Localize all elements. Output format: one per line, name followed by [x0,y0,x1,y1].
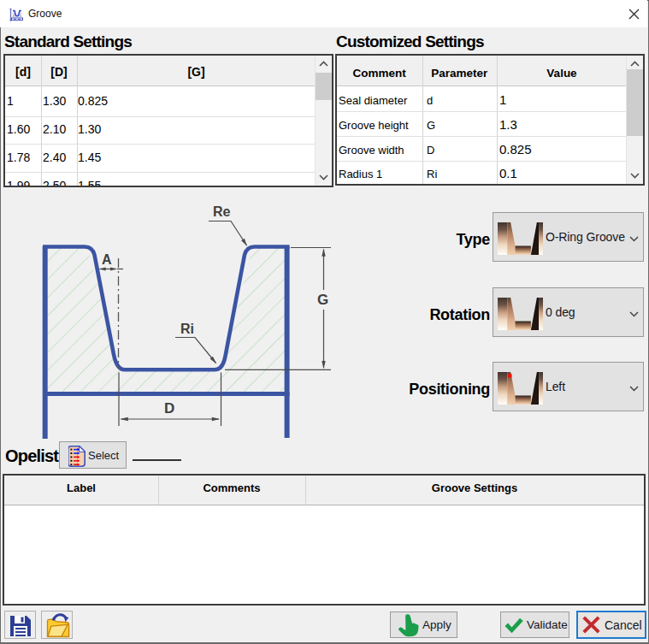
svg-text:Re: Re [213,204,231,219]
svg-text:D: D [164,400,174,417]
svg-text:A: A [102,252,112,267]
svg-text:Ri: Ri [180,322,194,336]
